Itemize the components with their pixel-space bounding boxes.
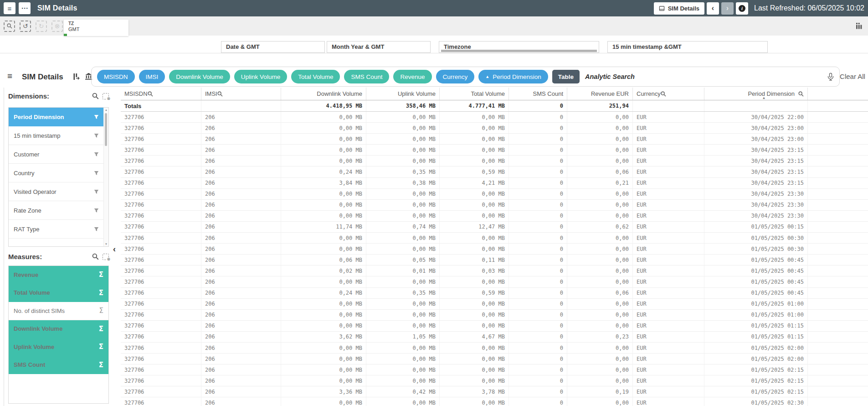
scrollbar-thumb[interactable] bbox=[105, 113, 107, 146]
table-row[interactable]: 3277062063,36 MB0,42 MB3,78 MB00,19EUR01… bbox=[121, 386, 868, 397]
column-header-uplink[interactable]: Uplink Volume bbox=[366, 88, 440, 100]
measure-item-no-of-distinct-sims[interactable]: No. of distinct SIMsΣ bbox=[9, 302, 108, 320]
filter-month-year-gmt[interactable]: Month Year & GMT bbox=[327, 41, 431, 53]
step-forward-button[interactable]: ↻ bbox=[36, 21, 47, 32]
info-icon: i bbox=[739, 5, 745, 12]
cell-imsi: 206 bbox=[201, 354, 281, 364]
table-row[interactable]: 3277062063,62 MB1,05 MB4,67 MB00,23EUR01… bbox=[121, 332, 868, 343]
table-row[interactable]: 3277062060,00 MB0,00 MB0,00 MB00,00EUR30… bbox=[121, 145, 868, 156]
pill-currency[interactable]: Currency bbox=[436, 70, 475, 83]
dimension-item-customer[interactable]: Customer bbox=[9, 145, 104, 164]
table-row[interactable]: 3277062063,84 MB0,38 MB4,21 MB00,21EUR30… bbox=[121, 178, 868, 189]
measure-item-total-volume[interactable]: Total VolumeΣ bbox=[9, 284, 108, 302]
pill-revenue[interactable]: Revenue bbox=[393, 70, 431, 83]
cell-sms: 0 bbox=[509, 244, 567, 254]
table-row[interactable]: 3277062060,00 MB0,00 MB0,00 MB00,00EUR01… bbox=[121, 310, 868, 321]
clear-measure-selection-icon[interactable]: ⊗ bbox=[103, 254, 109, 260]
table-row[interactable]: 3277062060,00 MB0,00 MB0,00 MB00,00EUR01… bbox=[121, 321, 868, 332]
table-row[interactable]: 3277062060,00 MB0,00 MB0,00 MB00,00EUR30… bbox=[121, 211, 868, 222]
clear-dimension-selection-icon[interactable]: ⊗ bbox=[103, 93, 109, 99]
pill-msisdn[interactable]: MSISDN bbox=[97, 70, 135, 83]
table-row[interactable]: 3277062060,00 MB0,00 MB0,00 MB00,00EUR30… bbox=[121, 156, 868, 167]
table-row[interactable]: 3277062060,24 MB0,35 MB0,59 MB00,06EUR30… bbox=[121, 167, 868, 177]
column-header-currency[interactable]: Currency bbox=[633, 88, 704, 100]
table-row[interactable]: 3277062060,00 MB0,00 MB0,00 MB00,00EUR01… bbox=[121, 299, 868, 310]
column-header-imsi[interactable]: IMSI bbox=[201, 88, 281, 100]
column-header-total[interactable]: Total Volume bbox=[440, 88, 509, 100]
pill-uplink-volume[interactable]: Uplink Volume bbox=[234, 70, 287, 83]
measure-item-uplink-volume[interactable]: Uplink VolumeΣ bbox=[9, 338, 108, 356]
pill-sms-count[interactable]: SMS Count bbox=[344, 70, 389, 83]
search-icon[interactable] bbox=[217, 91, 223, 97]
measure-item-downlink-volume[interactable]: Downlink VolumeΣ bbox=[9, 320, 108, 338]
pill-imsi[interactable]: IMSI bbox=[139, 70, 165, 83]
clear-selections-button[interactable]: ⊗ bbox=[51, 21, 63, 32]
table-row[interactable]: 3277062060,00 MB0,00 MB0,00 MB00,00EUR01… bbox=[121, 397, 868, 406]
grid-icon[interactable] bbox=[856, 23, 863, 29]
filter-date-gmt[interactable]: Date & GMT bbox=[221, 41, 325, 53]
table-view-pill[interactable]: Table bbox=[552, 70, 580, 83]
sigma-icon: Σ bbox=[99, 271, 103, 279]
column-header-msisdn[interactable]: MSISDN bbox=[121, 88, 201, 100]
clear-all-button[interactable]: Clear All bbox=[840, 73, 865, 80]
search-icon[interactable] bbox=[661, 91, 666, 97]
pill-total-volume[interactable]: Total Volume bbox=[291, 70, 340, 83]
measure-item-sms-count[interactable]: SMS CountΣ bbox=[9, 356, 108, 375]
analytic-search-label[interactable]: Analytic Search bbox=[585, 73, 635, 80]
dimension-item-visited-operator[interactable]: Visited Operator bbox=[9, 182, 104, 201]
more-options-button[interactable]: ⋯ bbox=[19, 2, 31, 14]
table-row[interactable]: 3277062060,00 MB0,00 MB0,00 MB00,00EUR01… bbox=[121, 354, 868, 364]
dimensions-scrollbar[interactable]: ▲ ▼ bbox=[103, 108, 108, 246]
table-row[interactable]: 3277062060,00 MB0,00 MB0,00 MB00,00EUR01… bbox=[121, 375, 868, 386]
table-row[interactable]: 32770620611,74 MB0,74 MB12,47 MB00,62EUR… bbox=[121, 222, 868, 233]
cell-currency: EUR bbox=[633, 375, 704, 386]
column-header-period[interactable]: Period Dimension▲ bbox=[704, 88, 808, 100]
dimension-item-15-min-timestamp[interactable]: 15 min timestamp bbox=[9, 126, 104, 145]
table-row[interactable]: 3277062060,00 MB0,00 MB0,00 MB00,00EUR01… bbox=[121, 276, 868, 287]
measure-item-revenue[interactable]: RevenueΣ bbox=[9, 266, 108, 284]
column-header-revenue[interactable]: Revenue EUR bbox=[567, 88, 633, 100]
sheet-nav-button[interactable]: SIM Details bbox=[654, 2, 704, 15]
column-header-downlink[interactable]: Downlink Volume bbox=[281, 88, 366, 100]
dimension-item-rat-type[interactable]: RAT Type bbox=[9, 220, 104, 239]
column-header-sms[interactable]: SMS Count bbox=[509, 88, 567, 100]
table-row[interactable]: 3277062060,24 MB0,35 MB0,59 MB00,06EUR01… bbox=[121, 288, 868, 299]
search-icon[interactable] bbox=[795, 91, 804, 97]
chart-menu-button[interactable]: ≡ bbox=[7, 72, 12, 80]
filter-timezone[interactable]: Timezone bbox=[439, 41, 599, 53]
search-icon[interactable] bbox=[92, 93, 99, 99]
microphone-icon[interactable] bbox=[827, 73, 834, 81]
table-row[interactable]: 3277062060,00 MB0,00 MB0,00 MB00,00EUR30… bbox=[121, 200, 868, 211]
table-row[interactable]: 3277062060,00 MB0,00 MB0,00 MB00,00EUR01… bbox=[121, 343, 868, 354]
scroll-up-icon[interactable]: ▲ bbox=[104, 109, 108, 111]
table-row[interactable]: 3277062060,00 MB0,00 MB0,00 MB00,00EUR01… bbox=[121, 244, 868, 255]
table-row[interactable]: 3277062060,00 MB0,00 MB0,00 MB00,00EUR01… bbox=[121, 364, 868, 375]
collapse-sidebar-chevron[interactable]: ‹ bbox=[113, 245, 116, 254]
info-button[interactable]: i bbox=[736, 2, 748, 15]
dimension-item-period-dimension[interactable]: Period Dimension bbox=[9, 108, 104, 126]
table-row[interactable]: 3277062060,00 MB0,00 MB0,00 MB00,00EUR30… bbox=[121, 112, 868, 123]
table-row[interactable]: 3277062060,00 MB0,00 MB0,00 MB00,00EUR30… bbox=[121, 134, 868, 145]
table-row[interactable]: 3277062060,00 MB0,00 MB0,00 MB00,00EUR30… bbox=[121, 189, 868, 200]
dimension-item-rate-zone[interactable]: Rate Zone bbox=[9, 201, 104, 220]
prev-sheet-button[interactable]: ‹ bbox=[707, 2, 719, 15]
dimension-item-country[interactable]: Country bbox=[9, 164, 104, 182]
table-row[interactable]: 3277062060,02 MB0,01 MB0,03 MB00,00EUR01… bbox=[121, 265, 868, 276]
exploration-menu-icon[interactable] bbox=[73, 73, 80, 80]
selection-chip-timezone[interactable]: TZ GMT bbox=[64, 20, 128, 36]
pill-period-dimension[interactable]: ▲Period Dimension bbox=[478, 70, 548, 83]
next-sheet-button[interactable]: › bbox=[721, 2, 734, 15]
table-row[interactable]: 3277062060,06 MB0,05 MB0,11 MB00,00EUR01… bbox=[121, 255, 868, 265]
filter-15-min-timestamp-gmt[interactable]: 15 min timestamp &GMT bbox=[607, 41, 768, 53]
step-back-button[interactable]: ↺ bbox=[20, 21, 31, 32]
smart-search-button[interactable] bbox=[4, 21, 15, 32]
chevron-left-icon: ‹ bbox=[712, 4, 714, 12]
search-icon[interactable] bbox=[148, 91, 153, 97]
pill-downlink-volume[interactable]: Downlink Volume bbox=[169, 70, 230, 83]
cell-currency: EUR bbox=[633, 310, 704, 320]
search-icon[interactable] bbox=[92, 253, 99, 260]
hamburger-menu-button[interactable]: ≡ bbox=[4, 2, 15, 14]
table-row[interactable]: 3277062060,00 MB0,00 MB0,00 MB00,00EUR30… bbox=[121, 123, 868, 134]
table-row[interactable]: 3277062060,00 MB0,00 MB0,00 MB00,00EUR01… bbox=[121, 233, 868, 244]
scroll-down-icon[interactable]: ▼ bbox=[104, 243, 108, 245]
